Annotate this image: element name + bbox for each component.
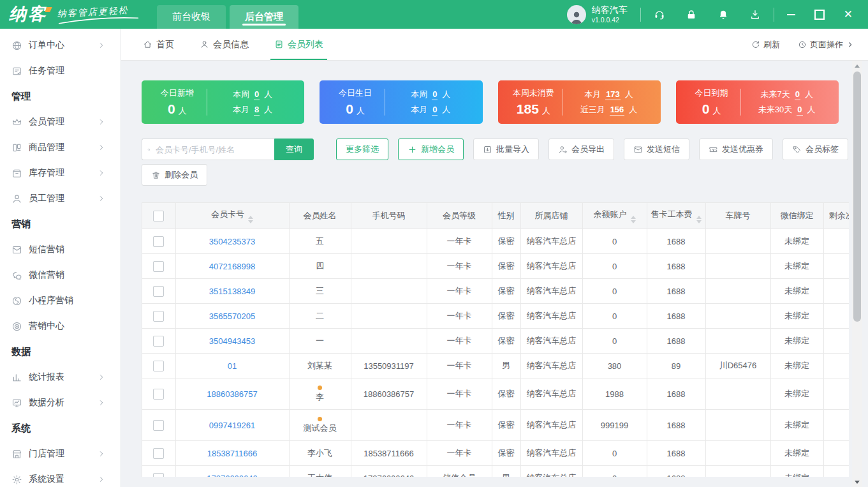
tab-member-info[interactable]: 会员信息 [200,29,249,60]
service-button[interactable] [654,9,665,20]
export-members-button[interactable]: 会员导出 [548,139,614,160]
member-tags-button[interactable]: 会员标签 [783,139,848,160]
action-page-actions[interactable]: 页面操作 [798,39,854,50]
member-card-link[interactable]: 18538711666 [207,449,258,458]
cell-plate [705,378,770,410]
cell-phone [351,329,427,354]
row-checkbox[interactable] [153,448,164,459]
sidebar-item-miniapp[interactable]: 小程序营销 [0,288,121,313]
delete-members-button[interactable]: 删除会员 [142,164,207,186]
bell-button[interactable] [717,9,729,20]
row-checkbox[interactable] [153,336,164,347]
add-member-button[interactable]: 新增会员 [398,139,464,160]
window-controls: ✕ [787,9,853,20]
row-checkbox[interactable] [153,389,164,400]
cell-remaining [823,378,849,410]
close-button[interactable]: ✕ [844,9,853,20]
nav-tab-backstage-manage[interactable]: 后台管理 [230,5,298,29]
sidebar-item-globe[interactable]: 订单中心 [0,33,121,58]
service-icon [654,9,665,20]
member-card-link[interactable]: 3515138349 [209,287,255,296]
cell-name: 测试会员 [289,410,351,441]
goods-icon [11,142,22,153]
query-button[interactable]: 查询 [274,139,314,160]
scrollbar-thumb[interactable] [853,71,861,322]
batch-import-button[interactable]: 批量导入 [473,139,539,160]
row-checkbox[interactable] [153,236,164,247]
download-icon [749,9,761,20]
card-stat: 本周0人 [233,89,272,100]
row-checkbox[interactable] [153,361,164,371]
member-card-link[interactable]: 4072168998 [209,262,255,271]
select-all-checkbox[interactable] [153,211,164,221]
send-sms-button[interactable]: 发送短信 [624,139,689,160]
cell-wechat: 未绑定 [770,229,823,254]
sidebar-item-wechat[interactable]: 微信营销 [0,262,121,288]
scroll-down-button[interactable] [852,477,862,487]
sidebar-item-store[interactable]: 门店管理 [0,441,121,467]
sort-icon[interactable] [696,216,702,223]
row-checkbox[interactable] [153,286,164,297]
download-button[interactable] [749,9,761,20]
row-checkbox[interactable] [153,311,164,322]
lock-button[interactable] [686,9,697,20]
tab-member-list[interactable]: 会员列表 [274,29,323,60]
sidebar-item-tasks[interactable]: 任务管理 [0,58,121,84]
column-header-remaining: 剩余次数 [823,203,849,229]
table-row: 3515138349三一年卡保密纳客汽车总店01688未绑定 [142,279,849,304]
card-stat: 本月173人 [584,89,633,100]
scroll-up-button[interactable] [852,61,862,71]
sort-icon[interactable] [631,216,636,223]
cell-store: 纳客汽车总店 [520,441,582,466]
cell-plate [705,279,770,304]
card-stat: 未来30天0人 [758,104,816,116]
maximize-button[interactable] [814,10,825,20]
sidebar-item-monitor[interactable]: 数据分析 [0,390,121,416]
send-coupon-button[interactable]: 发送优惠券 [699,139,773,160]
main-scrollbar[interactable] [852,61,862,487]
sidebar-item-staff[interactable]: 员工管理 [0,186,121,211]
row-checkbox[interactable] [153,420,164,431]
cell-balance: 0 [582,441,647,466]
nav-tab-front-cashier[interactable]: 前台收银 [157,5,226,29]
column-header-card[interactable]: 会员卡号 [175,203,289,229]
column-header-balance[interactable]: 余额账户 [582,203,647,229]
member-card-link[interactable]: 0997419261 [209,421,255,430]
row-checkbox[interactable] [153,261,164,272]
chevR-icon [846,41,854,49]
user-block[interactable]: 纳客汽车 v1.0.0.42 [567,4,628,24]
miniapp-icon [11,296,22,306]
card-stat: 未来7天0人 [761,89,813,100]
member-card-link[interactable]: 3565570205 [209,311,255,321]
member-card-link[interactable]: 01 [228,361,237,371]
sidebar-item-inventory[interactable]: 库存管理 [0,160,121,186]
sidebar-item-goods[interactable]: 商品管理 [0,135,121,160]
cell-fee: 1688 [647,466,705,477]
tab-home[interactable]: 首页 [143,29,174,60]
cell-wechat: 未绑定 [770,304,823,329]
column-header-wechat: 微信绑定 [770,203,823,229]
member-card-link[interactable]: 3504235373 [209,237,255,246]
member-card-link[interactable]: 17376000640 [207,474,258,477]
column-header-fee[interactable]: 售卡工本费 [647,203,705,229]
store-icon [11,449,22,460]
search-input[interactable] [154,144,269,155]
action-refresh[interactable]: 刷新 [751,39,780,50]
row-checkbox[interactable] [153,473,164,477]
sidebar-item-crown[interactable]: 会员管理 [0,109,121,135]
sidebar-item-gear[interactable]: 系统设置 [0,467,121,487]
member-card-link[interactable]: 18860386757 [207,389,258,399]
sort-icon[interactable] [248,216,253,223]
cell-gender: 保密 [492,329,520,354]
header-select-all [142,203,175,229]
sidebar-item-chart[interactable]: 统计报表 [0,364,121,390]
sidebar-item-target[interactable]: 营销中心 [0,313,121,339]
cell-level: 一年卡 [427,441,492,466]
minimize-button[interactable] [787,14,795,15]
more-filter-button[interactable]: 更多筛选 [336,139,388,160]
sidebar-item-sms[interactable]: 短信营销 [0,237,121,262]
cell-plate [705,304,770,329]
member-card-link[interactable]: 3504943453 [209,336,255,346]
bell-icon [717,9,729,20]
chevR-icon [98,399,105,407]
